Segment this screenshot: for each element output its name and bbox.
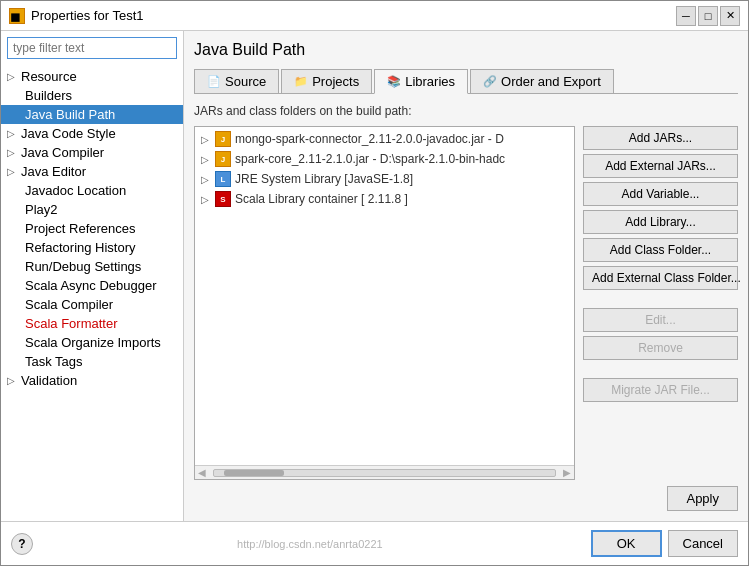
jar-tree: ▷ J mongo-spark-connector_2.11-2.0.0-jav… (195, 127, 574, 211)
tree-item-resource[interactable]: ▷ Resource (1, 67, 183, 86)
tree-item-scala-async-debugger[interactable]: Scala Async Debugger (1, 276, 183, 295)
jar-label: JRE System Library [JavaSE-1.8] (235, 172, 413, 186)
remove-button[interactable]: Remove (583, 336, 738, 360)
tree-item-scala-organize-imports[interactable]: Scala Organize Imports (1, 333, 183, 352)
jar-label: mongo-spark-connector_2.11-2.0.0-javadoc… (235, 132, 504, 146)
tab-projects[interactable]: 📁 Projects (281, 69, 372, 93)
lib-icon: L (215, 171, 231, 187)
add-class-folder-button[interactable]: Add Class Folder... (583, 238, 738, 262)
tree-item-label: Scala Formatter (25, 316, 117, 331)
tree-item-builders[interactable]: Builders (1, 86, 183, 105)
jar-label: spark-core_2.11-2.1.0.jar - D:\spark-2.1… (235, 152, 505, 166)
expand-arrow: ▷ (201, 154, 209, 165)
tree-item-validation[interactable]: ▷ Validation (1, 371, 183, 390)
help-button[interactable]: ? (11, 533, 33, 555)
action-buttons: Add JARs... Add External JARs... Add Var… (583, 126, 738, 480)
tab-projects-label: Projects (312, 74, 359, 89)
source-tab-icon: 📄 (207, 75, 221, 88)
jars-label: JARs and class folders on the build path… (194, 104, 738, 118)
tree-item-scala-compiler[interactable]: Scala Compiler (1, 295, 183, 314)
add-jars-button[interactable]: Add JARs... (583, 126, 738, 150)
tree-item-java-compiler[interactable]: ▷ Java Compiler (1, 143, 183, 162)
tab-order-export[interactable]: 🔗 Order and Export (470, 69, 614, 93)
arrow-icon: ▷ (7, 166, 15, 177)
button-spacer (583, 294, 738, 304)
edit-button[interactable]: Edit... (583, 308, 738, 332)
cancel-button[interactable]: Cancel (668, 530, 738, 557)
dialog-action-buttons: OK Cancel (591, 530, 738, 557)
tree-item-label: Java Build Path (25, 107, 115, 122)
tree-item-play2[interactable]: Play2 (1, 200, 183, 219)
tree-item-scala-formatter[interactable]: Scala Formatter (1, 314, 183, 333)
main-area: ▷ J mongo-spark-connector_2.11-2.0.0-jav… (194, 126, 738, 480)
tree-item-label: Resource (21, 69, 77, 84)
tree-item-java-editor[interactable]: ▷ Java Editor (1, 162, 183, 181)
tree-item-label: Play2 (25, 202, 58, 217)
tree-item-java-build-path[interactable]: Java Build Path (1, 105, 183, 124)
tab-source[interactable]: 📄 Source (194, 69, 279, 93)
window-title: Properties for Test1 (31, 8, 143, 23)
tree-item-label: Task Tags (25, 354, 83, 369)
scala-icon: S (215, 191, 231, 207)
add-variable-button[interactable]: Add Variable... (583, 182, 738, 206)
close-button[interactable]: ✕ (720, 6, 740, 26)
title-controls: ─ □ ✕ (676, 6, 740, 26)
add-external-class-folder-button[interactable]: Add External Class Folder... (583, 266, 738, 290)
window-icon: ◼ (9, 8, 25, 24)
ok-button[interactable]: OK (591, 530, 662, 557)
scrollbar-thumb[interactable] (224, 470, 284, 476)
add-library-button[interactable]: Add Library... (583, 210, 738, 234)
jar-icon: J (215, 151, 231, 167)
tree-item-label: Run/Debug Settings (25, 259, 141, 274)
tree-item-label: Java Code Style (21, 126, 116, 141)
apply-row: Apply (194, 486, 738, 511)
expand-arrow: ▷ (201, 134, 209, 145)
panel-title: Java Build Path (194, 41, 738, 59)
main-content: ▷ Resource Builders Java Build Path ▷ Ja… (1, 31, 748, 521)
scrollbar-track[interactable] (213, 469, 556, 477)
jar-entry-2[interactable]: ▷ L JRE System Library [JavaSE-1.8] (197, 169, 572, 189)
dialog-bottom: ? http://blog.csdn.net/anrta0221 OK Canc… (1, 521, 748, 565)
arrow-icon: ▷ (7, 71, 15, 82)
tree-item-label: Scala Async Debugger (25, 278, 157, 293)
jar-entry-1[interactable]: ▷ J spark-core_2.11-2.1.0.jar - D:\spark… (197, 149, 572, 169)
jar-label: Scala Library container [ 2.11.8 ] (235, 192, 408, 206)
tab-libraries-label: Libraries (405, 74, 455, 89)
tabs-bar: 📄 Source 📁 Projects 📚 Libraries 🔗 Order … (194, 69, 738, 94)
tree-item-java-code-style[interactable]: ▷ Java Code Style (1, 124, 183, 143)
tree-list: ▷ Resource Builders Java Build Path ▷ Ja… (1, 65, 183, 521)
tree-item-javadoc-location[interactable]: Javadoc Location (1, 181, 183, 200)
migrate-jar-button[interactable]: Migrate JAR File... (583, 378, 738, 402)
tree-item-project-references[interactable]: Project References (1, 219, 183, 238)
tab-libraries[interactable]: 📚 Libraries (374, 69, 468, 94)
arrow-icon: ▷ (7, 147, 15, 158)
maximize-button[interactable]: □ (698, 6, 718, 26)
tree-item-run-debug-settings[interactable]: Run/Debug Settings (1, 257, 183, 276)
tree-item-label: Javadoc Location (25, 183, 126, 198)
filter-input[interactable] (7, 37, 177, 59)
minimize-button[interactable]: ─ (676, 6, 696, 26)
projects-tab-icon: 📁 (294, 75, 308, 88)
apply-button[interactable]: Apply (667, 486, 738, 511)
tree-item-refactoring-history[interactable]: Refactoring History (1, 238, 183, 257)
order-export-tab-icon: 🔗 (483, 75, 497, 88)
jar-entry-3[interactable]: ▷ S Scala Library container [ 2.11.8 ] (197, 189, 572, 209)
libraries-tab-icon: 📚 (387, 75, 401, 88)
tree-item-label: Java Compiler (21, 145, 104, 160)
horizontal-scrollbar[interactable]: ◀ ▶ (195, 465, 574, 479)
tree-item-label: Project References (25, 221, 136, 236)
watermark: http://blog.csdn.net/anrta0221 (237, 538, 387, 550)
tree-item-label: Refactoring History (25, 240, 136, 255)
title-bar-left: ◼ Properties for Test1 (9, 8, 143, 24)
tree-item-task-tags[interactable]: Task Tags (1, 352, 183, 371)
properties-window: ◼ Properties for Test1 ─ □ ✕ ▷ Resource … (0, 0, 749, 566)
tree-item-label: Java Editor (21, 164, 86, 179)
left-panel: ▷ Resource Builders Java Build Path ▷ Ja… (1, 31, 184, 521)
add-external-jars-button[interactable]: Add External JARs... (583, 154, 738, 178)
button-spacer-2 (583, 364, 738, 374)
jar-entry-0[interactable]: ▷ J mongo-spark-connector_2.11-2.0.0-jav… (197, 129, 572, 149)
expand-arrow: ▷ (201, 174, 209, 185)
right-panel: Java Build Path 📄 Source 📁 Projects 📚 Li… (184, 31, 748, 521)
jar-tree-container[interactable]: ▷ J mongo-spark-connector_2.11-2.0.0-jav… (194, 126, 575, 480)
tree-item-label: Scala Compiler (25, 297, 113, 312)
